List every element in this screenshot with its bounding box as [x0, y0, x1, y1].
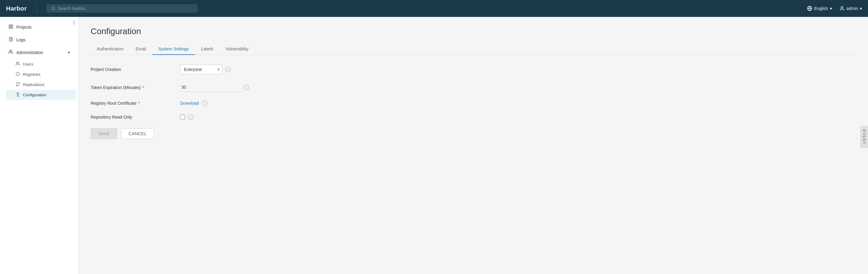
users-icon — [16, 62, 20, 67]
sidebar-item-users[interactable]: Users — [6, 59, 76, 69]
main-layout: 《 Projects Logs — [0, 17, 868, 274]
administration-label: Administration — [16, 50, 43, 55]
sidebar-item-registries[interactable]: Registries — [6, 69, 76, 79]
user-chevron-icon: ▾ — [860, 6, 862, 11]
registry-root-cert-row: Registry Root Certificate * Download i — [91, 101, 363, 106]
project-creation-select[interactable]: Everyone Admin Only — [180, 65, 222, 74]
configuration-label: Configuration — [23, 93, 46, 97]
users-label: Users — [23, 62, 33, 66]
administration-sub-menu: Users Registries — [0, 59, 78, 100]
token-expiration-row: Token Expiration (Minutes) * i — [91, 83, 363, 92]
search-icon — [51, 6, 55, 11]
form-actions: SAVE CANCEL — [91, 128, 363, 139]
project-creation-label: Project Creation — [91, 67, 175, 72]
svg-rect-7 — [11, 27, 13, 28]
repo-read-only-row: Repository Read Only i — [91, 114, 363, 120]
registries-icon — [16, 72, 20, 77]
sidebar-collapse-button[interactable]: 《 — [70, 20, 75, 26]
project-creation-row: Project Creation Everyone Admin Only ▾ i — [91, 65, 363, 74]
repo-read-only-checkbox[interactable] — [180, 115, 185, 119]
admin-icon — [8, 49, 13, 56]
svg-point-4 — [841, 6, 843, 8]
user-menu[interactable]: admin ▾ — [839, 6, 862, 11]
save-button[interactable]: SAVE — [91, 128, 117, 139]
registry-root-cert-label: Registry Root Certificate * — [91, 101, 175, 106]
user-icon — [839, 6, 845, 11]
sidebar-item-projects[interactable]: Projects — [2, 21, 76, 33]
svg-rect-6 — [11, 25, 13, 26]
top-navigation: Harbor English ▾ admin ▾ — [0, 0, 868, 17]
registry-root-cert-control: Download i — [180, 101, 207, 106]
administration-chevron-icon: ▾ — [68, 50, 70, 55]
svg-rect-8 — [9, 27, 10, 28]
search-input[interactable] — [58, 6, 193, 11]
download-link[interactable]: Download — [180, 101, 199, 106]
project-creation-select-wrapper: Everyone Admin Only ▾ — [180, 65, 222, 74]
sidebar-item-configuration[interactable]: Configuration — [6, 90, 76, 100]
search-bar[interactable] — [46, 4, 198, 13]
sidebar-item-logs[interactable]: Logs — [2, 34, 76, 46]
username-label: admin — [846, 6, 858, 11]
sidebar-item-replications[interactable]: Replications — [6, 80, 76, 90]
svg-point-11 — [9, 50, 11, 52]
project-creation-info-icon[interactable]: i — [225, 67, 231, 72]
language-selector[interactable]: English ▾ — [807, 6, 832, 11]
token-expiration-info-icon[interactable]: i — [244, 85, 249, 90]
configuration-tabs: Authentication Email System Settings Lab… — [91, 43, 856, 55]
svg-line-1 — [54, 9, 55, 10]
token-expiration-input[interactable] — [180, 83, 241, 92]
logs-icon — [8, 37, 13, 43]
replications-label: Replications — [23, 82, 44, 87]
repo-read-only-control: i — [180, 114, 193, 120]
event-tab[interactable]: EVENT — [860, 126, 868, 148]
page-title: Configuration — [91, 27, 856, 36]
project-creation-control: Everyone Admin Only ▾ i — [180, 65, 231, 74]
svg-point-12 — [17, 62, 18, 64]
configuration-icon — [16, 92, 20, 98]
system-settings-form: Project Creation Everyone Admin Only ▾ i… — [91, 65, 363, 139]
app-logo: Harbor — [6, 5, 27, 12]
tab-labels[interactable]: Labels — [195, 43, 219, 55]
repo-read-only-label: Repository Read Only — [91, 115, 175, 119]
replications-icon — [16, 82, 20, 87]
repo-read-only-info-icon[interactable]: i — [188, 114, 193, 120]
svg-point-0 — [51, 7, 54, 10]
language-label: English — [814, 6, 828, 11]
language-chevron-icon: ▾ — [830, 6, 832, 11]
logs-label: Logs — [16, 37, 25, 42]
tab-authentication[interactable]: Authentication — [91, 43, 130, 55]
sidebar: 《 Projects Logs — [0, 17, 79, 274]
registry-cert-info-icon[interactable]: i — [202, 101, 207, 106]
sidebar-item-administration[interactable]: Administration ▾ — [2, 46, 76, 59]
tab-email[interactable]: Email — [130, 43, 152, 55]
tab-vulnerability[interactable]: Vulnerability — [219, 43, 254, 55]
topnav-right: English ▾ admin ▾ — [807, 6, 862, 11]
tab-system-settings[interactable]: System Settings — [152, 43, 195, 55]
main-content: Configuration Authentication Email Syste… — [79, 17, 868, 274]
token-expiration-label: Token Expiration (Minutes) * — [91, 85, 175, 90]
registries-label: Registries — [23, 72, 40, 77]
projects-icon — [8, 24, 13, 30]
svg-rect-5 — [9, 25, 10, 26]
svg-point-13 — [17, 94, 19, 95]
globe-icon — [807, 6, 812, 11]
token-expiration-control: i — [180, 83, 249, 92]
cancel-button[interactable]: CANCEL — [121, 128, 154, 139]
projects-label: Projects — [16, 25, 32, 30]
